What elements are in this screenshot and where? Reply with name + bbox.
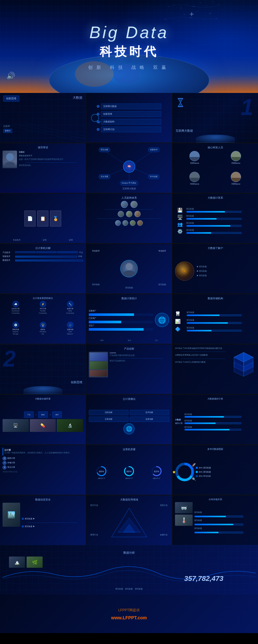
r1c2-item4: 互联网计划 [101,127,161,132]
r1c1-bigdata-label: 大数据 [73,95,82,100]
slide-r4c1: 云计算机分解 产品技术 平台 智新技术 存储 数据技术 [0,244,86,293]
r9c1-title: 数据信息安全 [3,498,83,501]
r5c1-ns: 网络存储 [12,328,19,330]
r9c2-title: 大数据应用领域 [120,498,138,501]
r7c3-item2: 填写标题 [184,419,255,422]
r7c3-item1: 填写标题 [184,413,255,416]
r2c3-name3: 代码Name [190,183,199,186]
r3c1-label3: 证明 [69,239,73,242]
r9c2-item4: 金融行业 [160,534,168,536]
r5c1-lb: 负载均衡 [67,328,73,330]
r6c1-title: 创新思维 [71,380,82,384]
slide-r6c1: 2 创新思维 [0,344,86,394]
slide-r5c3: 数据存储机构 🦷 📊 🔷 填写标题 填写标题 填写标题 [172,294,258,344]
svg-point-10 [184,14,185,15]
slide-r2c3: 核心研发人员 代码Name 代码Name [172,143,258,193]
svg-point-17 [203,20,204,20]
svg-point-15 [178,21,178,21]
r8c1-label1: 云计算 [4,449,82,452]
svg-point-7 [213,1,214,2]
r5c1-vm: 虚拟化 [40,328,45,330]
r5c2-item1: 流量推广 [89,310,153,312]
svg-point-9 [171,12,172,13]
slide-r6c3: SPT给出了SPF历界金融业学术研究书籍基础知识配方选 12网络给世界两端上的万… [172,344,258,394]
r8c3-title: 多华式数据图圆 [175,448,255,451]
r8c3-item3: 35% 导与分析 [199,475,211,478]
r2c3-title: 核心研发人员 [175,146,255,149]
r6c2-title: 产品创新 [89,347,169,351]
hero-slide: + 🔊 [0,0,258,93]
plus-decoration: + [189,10,194,19]
r8c2-title: 运算机质量 [89,448,169,451]
slide-r10c1: 数据分析 357,782,473 🏔️ 🌿 填写标题 填写标题 填写标题 [0,545,258,595]
slide-r3c2: 人员架构体系 [86,194,172,243]
svg-text:62%: 62% [154,470,159,473]
r3c3-title: 大数据计算系 [175,196,255,200]
r1c2-item3: 大数据架构 [101,119,161,125]
svg-point-13 [222,9,223,10]
footer-url: www.LFPPT.com [111,615,147,620]
r6c3-item1: SPT给出了SPF历界金融业学术研究书籍基础知识配方选 [175,347,231,350]
slide-r7c3: 大数据储存计算 大数据 储存计算 填写标题 填写标题 填写标题 [172,395,258,444]
slide-r2c1: 领导寄语 CEO 尊敬各机构节平 这是一段关于互联网大数据时代的领导寄语内容文字… [0,143,86,193]
slide-r8c1: 云计算 云计算一种提高利用效率、支持更高计算能力、入人员设施网络的统计算模式..… [0,445,86,495]
slide-r8c2: 运算机质量 68% ABOUT IT [86,445,172,495]
r8c3-item1: 35% 填写标题 [199,466,211,469]
r9c1-item2: 填写标题 ▶ [25,525,35,528]
svg-point-5 [200,2,201,3]
r4c3-item1: 填写标题 [199,265,207,268]
slide-r2c2: 🧠 理念创新 创新技术 安全系数 时代创新 Realize 学习测运 互联网大数… [86,143,172,193]
r8c3-item2: 35% 填写标题 [199,471,211,474]
svg-point-6 [206,5,207,6]
svg-line-20 [13,123,86,139]
svg-line-19 [0,123,86,143]
slide-r3c1: 📄 📋 🏅 专业技术 证明 证明 [0,194,86,243]
slide-r4c2: 专业技术 专业技术 填写机能 填写机能 填写机能 [86,244,172,293]
r5c3-label1: 填写标题 [187,311,255,314]
slide-r7c2: 云计算概论 流程创新 技术创新 活质创新 业务创新 🌐 [86,395,172,444]
r2c2-center: 互联网大数据 [122,187,136,190]
svg-point-1 [174,4,175,5]
r5c3-title: 数据存储机构 [175,297,255,300]
slide-r9c1: 数据信息安全 🏙️ 填写标题 ▶ 填写标题 ▶ [0,495,86,545]
r5c3-label2: 填写标题 [187,319,255,322]
slides-grid: 大数据 创新思维 云技术 新模式 互联网大数据 创新思维 [0,93,258,545]
r8c1-item3: 算法计算 [7,466,15,469]
hero-subtitle: 创新 科技 战略 双赢 [88,65,170,70]
r4c2-label3: 填写机能 [92,283,100,286]
slide-r5c1: 云计算发展里程碑点 ☁️ 分布式计算 Distributed Computing… [0,294,86,344]
footer: LFPPT网提供 www.LFPPT.com [0,595,258,633]
r1c3-number: 1 [241,96,253,119]
r4c3-item3: 填写标题 [199,274,207,277]
r9c2-item1: 医疗行业 [90,504,98,507]
r6c3-item2: 12网络给世界两端上的万多个连接数据 [175,354,231,356]
r7c2-item1: 流程创新 [89,410,129,415]
svg-point-2 [181,8,182,9]
r4c1-item2: 智新技术 [3,255,14,258]
r9c2-item2: 安防行业 [160,504,168,507]
r1c3-title: 互联网大数据 [176,129,193,133]
r7c2-title: 云计算概论 [89,397,169,401]
r5c2-item2: 已实现广 [89,317,153,320]
slide-r6c2: 产品创新 Gartner 产品创新方案内容填写在这里... 填写产品创新内容..… [86,344,172,394]
r7c2-item2: 技术创新 [130,410,170,415]
r7c1-title: 大数据水循环算 [3,397,83,400]
slide-r1c3: 1 互联网大数据 [172,93,258,143]
r4c2-label2: 专业技术 [158,250,166,252]
slide-r7c1: 大数据水循环算 产品 → 数据 → 循环 🖥️ 💊 🔬 [0,395,86,444]
r10c1-number: 357,782,473 [184,574,223,583]
r5c1-pc: 并行计算 [40,308,46,310]
r4c2-label5: 填写机能 [125,286,133,289]
r7c2-item3: 活质创新 [89,417,129,422]
r8c1-item2: 存储计算 [7,461,15,464]
slide-r5c2: 数据计算统计 流量推广 已实现广 记忆广 🌐 微博 微 [86,294,172,344]
r7c3-item3: 填写标题 [184,426,255,429]
r3c1-label2: 证明 [43,239,46,242]
svg-marker-22 [178,98,183,103]
r5c3-label3: 填写标题 [187,326,255,329]
r2c3-name2: 代码Name [231,162,240,165]
svg-marker-23 [178,103,183,107]
r6c3-item3: SPT给出了1000万人的城市统计数据 [175,361,231,363]
r4c1-item3: 数据技术 [3,259,14,262]
r4c2-label1: 专业技术 [92,250,100,252]
